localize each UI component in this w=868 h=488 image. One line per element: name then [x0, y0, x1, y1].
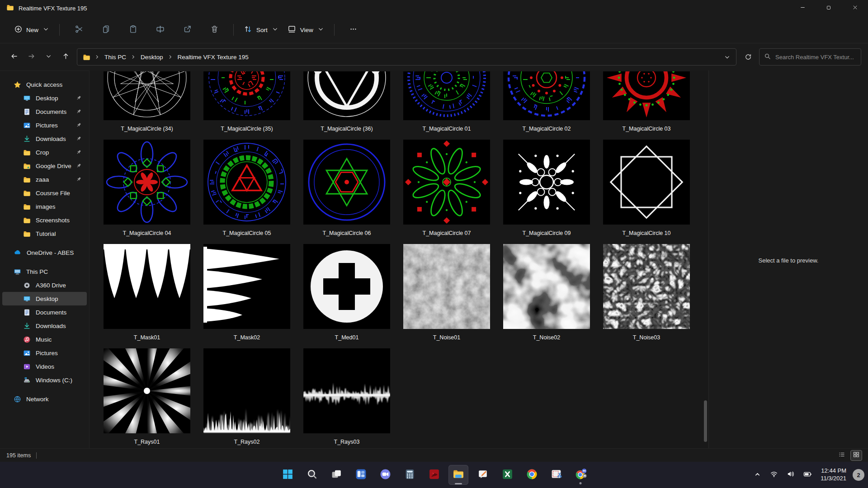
pin-icon: [75, 95, 82, 101]
breadcrumb-item-desktop[interactable]: Desktop: [137, 52, 166, 62]
sidebar-item-videos[interactable]: Videos: [2, 360, 87, 373]
sidebar-item-documents[interactable]: Documents: [2, 305, 87, 319]
sidebar-item-tutorial[interactable]: Tutorial: [2, 227, 87, 240]
sidebar-item-google-drive[interactable]: Google Drive: [2, 159, 87, 173]
sidebar-item-desktop[interactable]: Desktop: [2, 91, 87, 105]
breadcrumb-item-realtime-vfx-texture-195[interactable]: Realtime VFX Texture 195: [175, 52, 252, 62]
sidebar-item-a360-drive[interactable]: A360 Drive: [2, 278, 87, 292]
share-button[interactable]: [178, 21, 197, 38]
taskbar-chrome-button[interactable]: [522, 465, 542, 485]
file-t-rays01[interactable]: T_Rays01: [104, 348, 190, 446]
file-t-magicalcircle-09[interactable]: T_MagicalCircle 09: [503, 140, 590, 237]
file-t-mask01[interactable]: T_Mask01: [104, 244, 190, 342]
thumbnail-view-button[interactable]: [851, 450, 862, 460]
copy-button[interactable]: [96, 21, 115, 38]
taskbar-meet-button[interactable]: [571, 465, 590, 485]
notification-badge[interactable]: 2: [853, 469, 864, 481]
file-t-rays03[interactable]: T_Rays03: [303, 348, 390, 446]
file-label: T_Noise02: [503, 333, 590, 342]
taskbar-start-button[interactable]: [278, 465, 297, 485]
taskbar-excel-button[interactable]: [497, 465, 517, 485]
details-view-button[interactable]: [836, 450, 847, 460]
recent-locations-button[interactable]: [41, 49, 56, 65]
sidebar-item-crop[interactable]: Crop: [2, 145, 87, 159]
details-view-icon: [838, 451, 845, 460]
maximize-button[interactable]: [816, 0, 842, 17]
file-t-magicalcircle-02[interactable]: T_MagicalCircle 02: [503, 71, 590, 133]
battery-button[interactable]: [802, 468, 814, 482]
new-button[interactable]: New: [10, 22, 54, 38]
clock[interactable]: 12:44 PM 11/3/2021: [821, 467, 846, 483]
search-input[interactable]: [774, 53, 856, 61]
file-t-noise01[interactable]: T_Noise01: [403, 244, 490, 342]
refresh-button[interactable]: [740, 48, 757, 66]
sidebar-item-desktop[interactable]: Desktop: [2, 292, 87, 305]
sidebar-item-downloads[interactable]: Downloads: [2, 132, 87, 145]
forward-button[interactable]: [24, 49, 39, 65]
minimize-button[interactable]: [789, 0, 816, 17]
sidebar-item-pictures[interactable]: Pictures: [2, 346, 87, 360]
view-button[interactable]: View: [283, 21, 329, 38]
delete-button[interactable]: [205, 21, 224, 38]
file-row: T_MagicalCircle (34)T_MagicalCircle (35)…: [104, 71, 708, 133]
taskbar-file-explorer-button[interactable]: [448, 465, 468, 485]
sidebar-section-quick-access[interactable]: Quick access: [2, 78, 87, 91]
breadcrumb-item-this-pc[interactable]: This PC: [101, 52, 129, 62]
close-button[interactable]: [842, 0, 868, 17]
file-t-rays02[interactable]: T_Rays02: [203, 348, 290, 446]
file-t-magicalcircle-07[interactable]: T_MagicalCircle 07: [403, 140, 490, 237]
sidebar-section-onedrive-abes[interactable]: OneDrive - ABES: [2, 246, 87, 259]
rename-button[interactable]: [151, 21, 170, 38]
sort-button[interactable]: Sort: [239, 21, 283, 38]
file-t-med01[interactable]: T_Med01: [303, 244, 390, 342]
volume-button[interactable]: [785, 468, 797, 482]
file-t-magicalcircle-06[interactable]: T_MagicalCircle 06: [303, 140, 390, 237]
back-button[interactable]: [6, 49, 22, 65]
file-t-magicalcircle-05[interactable]: T_MagicalCircle 05: [203, 140, 290, 237]
taskbar-whiteboard-button[interactable]: [473, 465, 493, 485]
file-t-magicalcircle-36[interactable]: T_MagicalCircle (36): [303, 71, 390, 133]
cut-button[interactable]: [69, 21, 88, 38]
file-thumbnail: [303, 244, 390, 329]
file-t-magicalcircle-34[interactable]: T_MagicalCircle (34): [104, 71, 190, 133]
sidebar-item-windows-c[interactable]: Windows (C:): [2, 373, 87, 387]
file-t-mask02[interactable]: T_Mask02: [203, 244, 290, 342]
taskbar-red-app-button[interactable]: [424, 465, 444, 485]
sidebar-section-this-pc[interactable]: This PC: [2, 265, 87, 278]
wifi-button[interactable]: [768, 468, 780, 482]
vertical-scrollbar[interactable]: [704, 400, 707, 442]
address-bar[interactable]: This PCDesktopRealtime VFX Texture 195: [77, 48, 736, 66]
hidden-icons-button[interactable]: [752, 469, 763, 482]
close-icon: [852, 4, 859, 13]
file-t-magicalcircle-04[interactable]: T_MagicalCircle 04: [104, 140, 190, 237]
sidebar-item-documents[interactable]: Documents: [2, 105, 87, 118]
sidebar-item-label: Documents: [36, 108, 66, 115]
file-label: T_Med01: [303, 333, 390, 342]
more-options-button[interactable]: [344, 21, 363, 38]
address-dropdown-button[interactable]: [722, 52, 732, 62]
sidebar-item-music[interactable]: Music: [2, 333, 87, 346]
plus-circle-icon: [14, 25, 22, 34]
up-button[interactable]: [58, 49, 73, 65]
file-t-magicalcircle-03[interactable]: T_MagicalCircle 03: [603, 71, 690, 133]
sidebar-item-downloads[interactable]: Downloads: [2, 319, 87, 333]
sidebar-item-cousrse-file[interactable]: Cousrse File: [2, 186, 87, 200]
file-thumbnail: [203, 348, 290, 433]
sidebar-section-network[interactable]: Network: [2, 392, 87, 406]
file-t-noise02[interactable]: T_Noise02: [503, 244, 590, 342]
sidebar-item-screenshots[interactable]: Screenshots: [2, 213, 87, 227]
file-t-noise03[interactable]: T_Noise03: [603, 244, 690, 342]
taskbar-task-view-button[interactable]: [326, 465, 346, 485]
sidebar-item-zaaa[interactable]: zaaa: [2, 173, 87, 186]
sidebar-item-pictures[interactable]: Pictures: [2, 118, 87, 132]
sidebar-item-images[interactable]: images: [2, 200, 87, 213]
file-t-magicalcircle-10[interactable]: T_MagicalCircle 10: [603, 140, 690, 237]
file-t-magicalcircle-35[interactable]: T_MagicalCircle (35): [203, 71, 290, 133]
taskbar-chat-button[interactable]: [375, 465, 395, 485]
taskbar-search-taskbar-button[interactable]: [302, 465, 322, 485]
taskbar-snip-button[interactable]: [546, 465, 566, 485]
taskbar-calculator-button[interactable]: [400, 465, 420, 485]
paste-button[interactable]: [123, 21, 142, 38]
file-t-magicalcircle-01[interactable]: T_MagicalCircle 01: [403, 71, 490, 133]
taskbar-widgets-button[interactable]: [351, 465, 371, 485]
